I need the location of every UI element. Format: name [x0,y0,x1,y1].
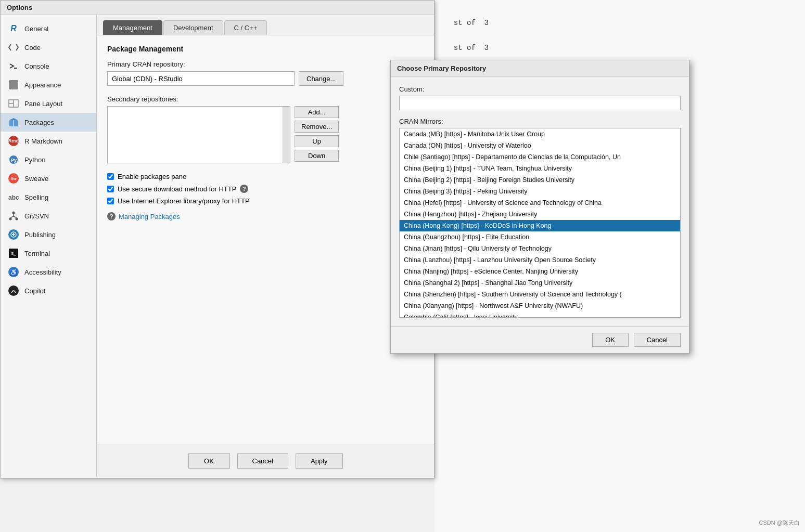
managing-packages-link[interactable]: ? Managing Packages [107,212,424,220]
sidebar-item-console[interactable]: Console [1,57,96,75]
custom-input[interactable] [399,96,681,110]
mirror-item[interactable]: Canada (MB) [https] - Manitoba Unix User… [400,128,680,140]
sidebar: R General Code Console [1,15,97,477]
editor-line2: st of 3 [454,44,489,52]
sidebar-item-copilot[interactable]: Copilot [1,281,96,300]
sweave-icon: Sw [8,173,19,184]
tab-management[interactable]: Management [103,20,162,35]
sidebar-item-git-svn[interactable]: Git/SVN [1,206,96,225]
svg-text:Py: Py [11,158,17,163]
cancel-button[interactable]: Cancel [237,453,288,469]
mirror-item[interactable]: China (Hong Kong) [https] - KoDDoS in Ho… [400,220,680,231]
mirror-item[interactable]: China (Beijing 2) [https] - Beijing Fore… [400,174,680,186]
sidebar-item-terminal[interactable]: $_ Terminal [1,244,96,263]
spelling-icon: abc [8,191,19,203]
mirror-item[interactable]: Canada (ON) [https] - University of Wate… [400,140,680,151]
console-icon [8,60,19,72]
editor-line1: st of 3 [454,19,489,27]
sidebar-item-general[interactable]: R General [1,19,96,38]
secondary-repos-label: Secondary repositories: [107,95,424,103]
ie-library-label: Use Internet Explorer library/proxy for … [118,197,250,205]
sidebar-item-publishing[interactable]: Publishing [1,225,96,244]
options-window: Options R General Code [0,0,435,478]
enable-packages-pane-row: Enable packages pane [107,173,424,180]
sidebar-label-code: Code [24,44,41,51]
mirror-item[interactable]: China (Shenzhen) [https] - Southern Univ… [400,289,680,300]
sidebar-item-sweave[interactable]: Sw Sweave [1,169,96,188]
window-titlebar: Options [1,1,434,15]
dialog-ok-button[interactable]: OK [592,333,629,347]
mirror-item[interactable]: China (Beijing 1) [https] - TUNA Team, T… [400,163,680,174]
sidebar-item-packages[interactable]: Packages [1,113,96,132]
ie-library-checkbox[interactable] [107,198,114,204]
sidebar-item-appearance[interactable]: Appearance [1,75,96,94]
mirror-item[interactable]: China (Shanghai 2) [https] - Shanghai Ji… [400,277,680,289]
mirror-item[interactable]: China (Nanjing) [https] - eScience Cente… [400,266,680,277]
sidebar-label-pane-layout: Pane Layout [24,100,62,108]
r-markdown-icon: Rmd [8,135,19,147]
terminal-icon: $_ [8,248,19,259]
up-button[interactable]: Up [295,135,339,147]
change-button[interactable]: Change... [299,71,343,86]
mirror-item[interactable]: China (Jinan) [https] - Qilu University … [400,243,680,254]
primary-cran-label: Primary CRAN repository: [107,60,424,68]
mirrors-list-container: Canada (MB) [https] - Manitoba Unix User… [399,128,681,318]
managing-packages-label: Managing Packages [119,213,180,220]
copilot-icon [8,285,19,296]
sidebar-item-pane-layout[interactable]: Pane Layout [1,94,96,113]
tabs-bar: Management Development C / C++ [97,15,434,35]
mirrors-label: CRAN Mirrors: [399,118,681,125]
main-content: Management Development C / C++ Package M… [97,15,434,477]
sidebar-label-accessibility: Accessibility [24,268,61,276]
window-body: R General Code Console [1,15,434,477]
git-icon [8,210,19,222]
dialog-cancel-button[interactable]: Cancel [634,333,681,347]
appearance-icon [8,79,19,90]
sidebar-label-copilot: Copilot [24,287,45,295]
sidebar-label-console: Console [24,62,49,70]
mirror-item[interactable]: Colombia (Cali) [https] - Icesi Universi… [400,312,680,317]
dialog-bottom-buttons: OK Cancel [391,326,689,353]
svg-line-14 [10,216,14,218]
secondary-repos-scrollbar[interactable] [283,107,290,163]
secondary-repo-section: Add... Remove... Up Down [107,106,424,163]
mirror-item[interactable]: China (Lanzhou) [https] - Lanzhou Univer… [400,254,680,266]
dialog-title: Choose Primary Repository [397,64,486,72]
mirror-item[interactable]: China (Guangzhou) [https] - Elite Educat… [400,231,680,243]
secondary-repos-listbox[interactable] [107,106,290,163]
svg-point-12 [16,218,18,220]
tab-development[interactable]: Development [163,20,223,35]
remove-button[interactable]: Remove... [295,121,339,133]
down-button[interactable]: Down [295,150,339,162]
mirror-item[interactable]: Chile (Santiago) [https] - Departamento … [400,151,680,163]
secure-download-checkbox[interactable] [107,186,114,192]
secondary-repo-buttons: Add... Remove... Up Down [295,106,339,163]
mirror-item[interactable]: China (Hefei) [https] - University of Sc… [400,197,680,209]
secure-download-help-icon[interactable]: ? [240,185,248,193]
ok-button[interactable]: OK [188,453,230,469]
primary-cran-input[interactable] [107,71,295,86]
mirror-item[interactable]: China (Hangzhou) [https] - Zhejiang Univ… [400,209,680,220]
enable-packages-pane-checkbox[interactable] [107,173,114,180]
mirror-item[interactable]: China (Xianyang) [https] - Northwest A&F… [400,300,680,312]
custom-label: Custom: [399,85,681,93]
sidebar-item-code[interactable]: Code [1,38,96,57]
sidebar-label-general: General [24,25,48,33]
packages-icon [8,116,19,128]
mirror-item[interactable]: China (Beijing 3) [https] - Peking Unive… [400,186,680,197]
sidebar-item-r-markdown[interactable]: Rmd R Markdown [1,132,96,150]
accessibility-icon: ♿ [8,266,19,278]
sidebar-item-spelling[interactable]: abc Spelling [1,188,96,206]
watermark: CSDN @陈天白 [759,519,800,527]
sidebar-item-python[interactable]: Py Python [1,150,96,169]
r-icon: R [8,23,19,34]
svg-point-10 [12,212,15,214]
ie-library-row: Use Internet Explorer library/proxy for … [107,197,424,205]
enable-packages-pane-label: Enable packages pane [118,173,186,180]
tab-c-cpp[interactable]: C / C++ [224,20,267,35]
add-button[interactable]: Add... [295,106,339,118]
apply-button[interactable]: Apply [296,453,343,469]
sidebar-item-accessibility[interactable]: ♿ Accessibility [1,263,96,281]
mirrors-list[interactable]: Canada (MB) [https] - Manitoba Unix User… [400,128,680,317]
svg-marker-5 [9,118,18,120]
